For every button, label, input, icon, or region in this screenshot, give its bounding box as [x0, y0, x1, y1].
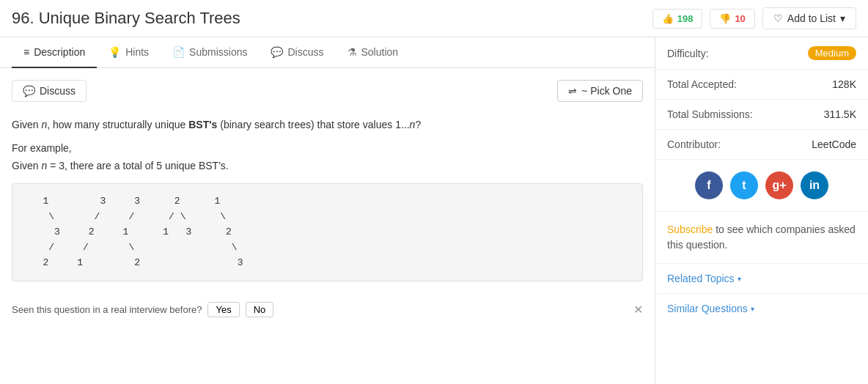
social-share-area: f t g+ in: [655, 160, 868, 212]
description-content: 💬 Discuss ⇌ ~ Pick One Given n, how many…: [0, 68, 655, 341]
googleplus-icon: g+: [772, 179, 786, 192]
related-topics-arrow-icon: ▾: [738, 275, 741, 283]
tab-description[interactable]: ≡ Description: [12, 37, 97, 68]
contributor-label: Contributor:: [667, 139, 721, 150]
difficulty-row: Difficulty: Medium: [655, 37, 868, 70]
similar-questions-toggle[interactable]: Similar Questions ▾: [667, 303, 856, 314]
subscribe-area: Subscribe to see which companies asked t…: [655, 212, 868, 264]
accepted-label: Total Accepted:: [667, 78, 737, 90]
pick-one-button[interactable]: ⇌ ~ Pick One: [557, 80, 643, 102]
googleplus-share-button[interactable]: g+: [765, 171, 793, 199]
add-to-list-label: Add to List: [787, 12, 836, 24]
code-example-block: 1 3 3 2 1 \ / / / \ \ 3 2 1 1 3 2 / / \ …: [12, 183, 643, 281]
contributor-value: LeetCode: [812, 139, 856, 150]
close-icon[interactable]: ✕: [633, 303, 643, 317]
dropdown-arrow-icon: ▾: [840, 12, 845, 24]
interview-question-bar: Seen this question in a real interview b…: [12, 290, 643, 329]
add-to-list-button[interactable]: ♡ Add to List ▾: [762, 7, 856, 29]
description-tab-icon: ≡: [23, 46, 29, 58]
tab-solution[interactable]: ⚗ Solution: [336, 37, 411, 68]
tab-submissions[interactable]: 📄 Submissions: [161, 37, 259, 68]
vote-up-count: 198: [677, 13, 694, 24]
linkedin-icon: in: [809, 179, 820, 192]
thumbs-down-icon: 👎: [719, 13, 731, 24]
subscribe-link[interactable]: Subscribe: [667, 224, 713, 235]
similar-questions-label: Similar Questions: [667, 303, 748, 314]
heart-icon: ♡: [773, 12, 783, 24]
discuss-button[interactable]: 💬 Discuss: [12, 80, 87, 102]
similar-questions-section: Similar Questions ▾: [655, 294, 868, 323]
problem-description: Given n, how many structurally unique BS…: [12, 117, 643, 174]
example-intro: For example,: [12, 140, 643, 158]
tab-discuss[interactable]: 💬 Discuss: [259, 37, 335, 68]
linkedin-share-button[interactable]: in: [801, 171, 828, 199]
right-panel: Difficulty: Medium Total Accepted: 128K …: [655, 37, 868, 384]
related-topics-section: Related Topics ▾: [655, 264, 868, 294]
problem-statement: Given n, how many structurally unique BS…: [12, 117, 643, 134]
solution-tab-icon: ⚗: [347, 46, 357, 58]
random-icon: ⇌: [568, 85, 577, 97]
hints-tab-icon: 💡: [108, 46, 121, 58]
submissions-label: Total Submissions:: [667, 108, 753, 120]
header-actions: 👍 198 👎 10 ♡ Add to List ▾: [652, 7, 856, 29]
facebook-icon: f: [707, 179, 710, 192]
similar-questions-arrow-icon: ▾: [751, 305, 754, 313]
thumbs-up-icon: 👍: [662, 13, 674, 24]
contributor-row: Contributor: LeetCode: [655, 130, 868, 160]
vote-down-count: 10: [735, 13, 745, 24]
problem-example: For example, Given n = 3, there are a to…: [12, 140, 643, 175]
twitter-share-button[interactable]: t: [730, 171, 758, 199]
submissions-tab-icon: 📄: [172, 46, 185, 58]
yes-button[interactable]: Yes: [207, 302, 239, 317]
interview-question-text: Seen this question in a real interview b…: [12, 304, 202, 315]
no-button[interactable]: No: [246, 302, 274, 317]
discuss-icon: 💬: [23, 85, 35, 97]
facebook-share-button[interactable]: f: [695, 171, 723, 199]
difficulty-label: Difficulty:: [667, 48, 709, 59]
related-topics-toggle[interactable]: Related Topics ▾: [667, 273, 856, 284]
tab-bar: ≡ Description 💡 Hints 📄 Submissions 💬 Di…: [0, 37, 655, 68]
description-toolbar: 💬 Discuss ⇌ ~ Pick One: [12, 80, 643, 102]
example-text: Given n = 3, there are a total of 5 uniq…: [12, 158, 643, 175]
page-title: 96. Unique Binary Search Trees: [12, 9, 240, 28]
vote-down-button[interactable]: 👎 10: [710, 9, 754, 29]
twitter-icon: t: [742, 179, 746, 192]
submissions-value: 311.5K: [824, 108, 856, 120]
tab-hints[interactable]: 💡 Hints: [97, 37, 161, 68]
related-topics-label: Related Topics: [667, 273, 735, 284]
vote-up-button[interactable]: 👍 198: [652, 9, 703, 29]
submissions-row: Total Submissions: 311.5K: [655, 100, 868, 130]
accepted-row: Total Accepted: 128K: [655, 70, 868, 100]
discuss-tab-icon: 💬: [271, 46, 283, 58]
difficulty-badge: Medium: [808, 46, 856, 60]
accepted-value: 128K: [832, 78, 856, 90]
